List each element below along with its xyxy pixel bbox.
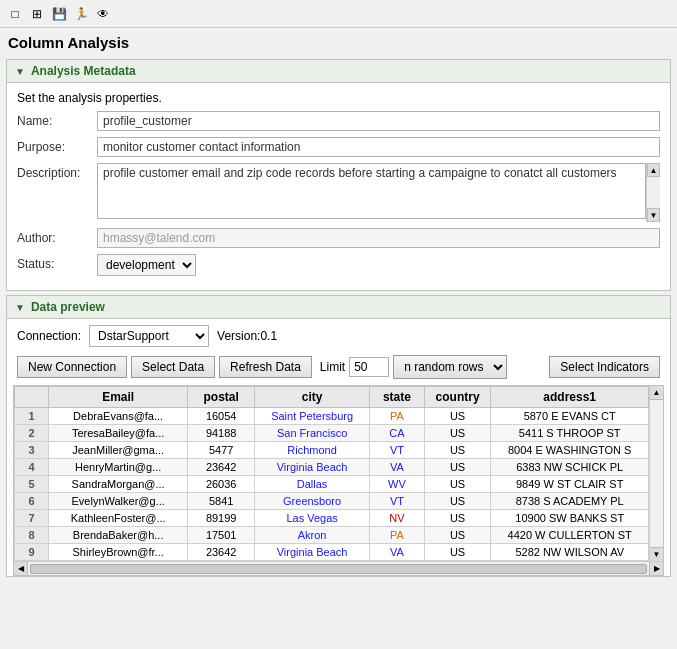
cell-email: DebraEvans@fa...: [48, 408, 187, 425]
save-icon[interactable]: 💾: [50, 5, 68, 23]
new-icon[interactable]: □: [6, 5, 24, 23]
cell-postal: 5841: [188, 493, 255, 510]
cell-postal: 5477: [188, 442, 255, 459]
cell-address1: 5411 S THROOP ST: [491, 425, 649, 442]
cell-postal: 16054: [188, 408, 255, 425]
table-header-row: Email postal city state country address1: [15, 387, 649, 408]
data-preview-label: Data preview: [31, 300, 105, 314]
table-row: 1 DebraEvans@fa... 16054 Saint Petersbur…: [15, 408, 649, 425]
cell-city: Saint Petersburg: [255, 408, 370, 425]
cell-address1: 8004 E WASHINGTON S: [491, 442, 649, 459]
col-header-num: [15, 387, 49, 408]
data-preview-header[interactable]: ▼ Data preview: [7, 296, 670, 319]
col-header-address1: address1: [491, 387, 649, 408]
cell-state: VA: [370, 544, 425, 561]
cell-city: Richmond: [255, 442, 370, 459]
cell-num: 7: [15, 510, 49, 527]
cell-num: 1: [15, 408, 49, 425]
name-label: Name:: [17, 111, 97, 128]
refresh-data-button[interactable]: Refresh Data: [219, 356, 312, 378]
purpose-row: Purpose:: [17, 137, 660, 157]
cell-email: EvelynWalker@g...: [48, 493, 187, 510]
author-row: Author:: [17, 228, 660, 248]
cell-city: Virginia Beach: [255, 544, 370, 561]
hscroll-thumb: [30, 564, 647, 574]
new-connection-button[interactable]: New Connection: [17, 356, 127, 378]
cell-email: TeresaBailey@fa...: [48, 425, 187, 442]
table-hscrollbar[interactable]: ◀ ▶: [14, 561, 663, 575]
cell-state: VA: [370, 459, 425, 476]
cell-postal: 17501: [188, 527, 255, 544]
cell-num: 4: [15, 459, 49, 476]
table-row: 7 KathleenFoster@... 89199 Las Vegas NV …: [15, 510, 649, 527]
table-scroll-area: Email postal city state country address1…: [14, 386, 649, 561]
author-input[interactable]: [97, 228, 660, 248]
cell-city: San Francisco: [255, 425, 370, 442]
cell-address1: 8738 S ACADEMY PL: [491, 493, 649, 510]
cell-address1: 9849 W ST CLAIR ST: [491, 476, 649, 493]
hscroll-left-btn[interactable]: ◀: [14, 562, 28, 576]
connection-row: Connection: DstarSupport Version:0.1: [7, 319, 670, 351]
analysis-metadata-panel: ▼ Analysis Metadata Set the analysis pro…: [6, 59, 671, 291]
status-row: Status: development production testing: [17, 254, 660, 276]
cell-state: NV: [370, 510, 425, 527]
cell-country: US: [424, 544, 491, 561]
vscroll-down-btn[interactable]: ▼: [650, 547, 663, 561]
cell-state: VT: [370, 442, 425, 459]
run-icon[interactable]: 🏃: [72, 5, 90, 23]
cell-city: Virginia Beach: [255, 459, 370, 476]
scrollbar-down-btn[interactable]: ▼: [647, 208, 660, 222]
cell-postal: 94188: [188, 425, 255, 442]
limit-input[interactable]: [349, 357, 389, 377]
cell-city: Las Vegas: [255, 510, 370, 527]
cell-country: US: [424, 408, 491, 425]
table-wrapper: Email postal city state country address1…: [13, 385, 664, 576]
table-vscrollbar[interactable]: ▲ ▼: [649, 386, 663, 561]
cell-postal: 89199: [188, 510, 255, 527]
cell-email: JeanMiller@gma...: [48, 442, 187, 459]
limit-label: Limit: [320, 360, 345, 374]
select-indicators-button[interactable]: Select Indicators: [549, 356, 660, 378]
hscroll-right-btn[interactable]: ▶: [649, 562, 663, 576]
collapse-arrow2-icon: ▼: [15, 302, 25, 313]
name-input[interactable]: [97, 111, 660, 131]
scrollbar-up-btn[interactable]: ▲: [647, 163, 660, 177]
analysis-metadata-header[interactable]: ▼ Analysis Metadata: [7, 60, 670, 83]
connection-select[interactable]: DstarSupport: [89, 325, 209, 347]
status-label: Status:: [17, 254, 97, 271]
col-header-city: city: [255, 387, 370, 408]
cell-num: 9: [15, 544, 49, 561]
table-row: 9 ShirleyBrown@fr... 23642 Virginia Beac…: [15, 544, 649, 561]
cell-city: Greensboro: [255, 493, 370, 510]
data-table: Email postal city state country address1…: [14, 386, 649, 561]
purpose-input[interactable]: [97, 137, 660, 157]
vscroll-up-btn[interactable]: ▲: [650, 386, 663, 400]
cell-address1: 10900 SW BANKS ST: [491, 510, 649, 527]
cell-num: 8: [15, 527, 49, 544]
cell-postal: 26036: [188, 476, 255, 493]
cell-num: 6: [15, 493, 49, 510]
cell-country: US: [424, 527, 491, 544]
col-header-state: state: [370, 387, 425, 408]
cell-state: PA: [370, 527, 425, 544]
description-scrollbar: ▲ ▼: [646, 163, 660, 222]
cell-country: US: [424, 459, 491, 476]
col-header-email: Email: [48, 387, 187, 408]
col-header-country: country: [424, 387, 491, 408]
description-input[interactable]: [97, 163, 646, 219]
table-body: 1 DebraEvans@fa... 16054 Saint Petersbur…: [15, 408, 649, 561]
cell-state: CA: [370, 425, 425, 442]
open-icon[interactable]: ⊞: [28, 5, 46, 23]
version-label: Version:0.1: [217, 329, 277, 343]
cell-address1: 5282 NW WILSON AV: [491, 544, 649, 561]
col-header-postal: postal: [188, 387, 255, 408]
view-icon[interactable]: 👁: [94, 5, 112, 23]
data-table-container: Email postal city state country address1…: [7, 385, 670, 576]
status-select[interactable]: development production testing: [97, 254, 196, 276]
data-preview-panel: ▼ Data preview Connection: DstarSupport …: [6, 295, 671, 577]
connection-label: Connection:: [17, 329, 81, 343]
random-rows-select[interactable]: n random rows: [393, 355, 507, 379]
cell-state: PA: [370, 408, 425, 425]
cell-num: 3: [15, 442, 49, 459]
select-data-button[interactable]: Select Data: [131, 356, 215, 378]
